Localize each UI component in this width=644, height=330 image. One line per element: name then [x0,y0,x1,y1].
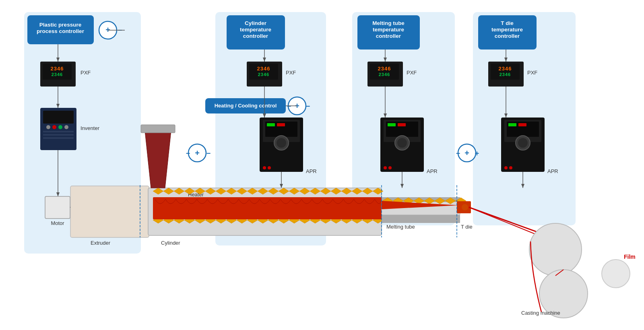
svg-point-59 [268,166,271,169]
svg-marker-148 [331,188,341,194]
svg-text:2346: 2346 [379,72,390,77]
svg-point-84 [288,97,306,115]
svg-text:Casting machine: Casting machine [521,310,560,316]
svg-rect-175 [153,197,382,219]
svg-marker-181 [414,198,424,204]
svg-text:Cylinder: Cylinder [161,240,180,246]
svg-rect-19 [205,98,286,113]
svg-rect-3 [473,12,576,225]
svg-rect-126 [148,188,382,235]
svg-text:−: − [287,102,291,110]
svg-text:PXF: PXF [286,70,296,76]
svg-text:controller: controller [495,33,520,39]
svg-marker-185 [456,198,466,204]
svg-text:+: + [195,148,200,157]
svg-rect-22 [43,64,72,80]
svg-text:temperature: temperature [373,27,405,33]
svg-point-57 [277,138,286,148]
svg-rect-49 [43,137,74,139]
svg-point-69 [388,166,392,169]
svg-marker-171 [341,217,352,223]
svg-rect-42 [43,111,74,124]
svg-rect-188 [457,201,471,213]
svg-rect-63 [386,122,418,137]
svg-marker-147 [320,188,331,194]
svg-rect-21 [40,62,76,87]
svg-rect-7 [227,15,285,50]
svg-marker-187 [382,201,459,209]
svg-marker-172 [352,217,362,223]
diagram-container: Plastic pressure process controller Cyli… [0,0,644,330]
svg-marker-139 [237,188,247,194]
svg-text:+: + [464,148,469,157]
svg-rect-53 [265,122,297,137]
svg-point-88 [188,144,206,162]
svg-text:+: + [295,101,299,110]
svg-rect-52 [263,120,300,142]
svg-marker-134 [184,188,195,194]
svg-line-192 [469,207,564,241]
svg-marker-167 [299,217,310,223]
svg-text:APR: APR [547,168,558,174]
svg-marker-111 [384,113,387,118]
svg-text:+: + [475,149,479,157]
svg-rect-27 [249,64,278,80]
svg-text:Inventer: Inventer [80,125,100,131]
svg-marker-151 [362,188,373,194]
svg-marker-135 [195,188,205,194]
svg-marker-165 [279,217,289,223]
svg-marker-150 [352,188,362,194]
svg-text:−: − [118,26,122,34]
svg-text:controller: controller [376,33,401,39]
svg-text:Melting tube: Melting tube [372,20,405,26]
svg-marker-182 [424,198,435,204]
svg-rect-62 [384,120,421,142]
svg-point-196 [602,260,630,288]
svg-point-43 [46,125,50,129]
svg-marker-144 [289,188,299,194]
svg-rect-32 [370,64,399,80]
svg-rect-2 [352,12,455,225]
svg-rect-74 [508,123,516,126]
svg-rect-0 [24,12,141,254]
svg-rect-41 [40,108,76,150]
svg-point-66 [395,136,409,150]
svg-marker-142 [268,188,279,194]
svg-marker-133 [174,188,184,194]
svg-text:controller: controller [243,33,268,39]
svg-text:Extruder: Extruder [91,240,111,246]
svg-text:APR: APR [427,168,438,174]
svg-marker-153 [153,217,163,223]
svg-rect-47 [43,131,74,132]
svg-rect-55 [277,123,285,126]
svg-rect-36 [488,62,524,87]
svg-point-92 [458,144,476,162]
svg-rect-15 [478,15,537,50]
svg-text:Motor: Motor [51,220,64,226]
svg-rect-64 [388,123,396,126]
svg-marker-105 [263,113,266,118]
svg-marker-146 [310,188,320,194]
svg-text:PXF: PXF [407,70,417,76]
svg-text:temperature: temperature [491,27,523,33]
svg-marker-162 [247,217,258,223]
svg-marker-99 [56,104,60,108]
svg-point-45 [58,125,62,129]
svg-text:Heating / Cooling control: Heating / Cooling control [215,103,277,109]
svg-rect-11 [357,15,420,50]
svg-point-68 [384,166,387,169]
svg-marker-143 [279,188,289,194]
svg-marker-149 [341,188,352,194]
svg-marker-166 [289,217,299,223]
svg-marker-156 [184,217,195,223]
svg-marker-145 [299,188,310,194]
svg-marker-115 [504,58,508,62]
svg-text:2346: 2346 [52,72,63,77]
svg-marker-160 [226,217,237,223]
svg-marker-101 [56,192,60,196]
svg-marker-184 [445,198,456,204]
svg-marker-117 [504,113,508,118]
svg-marker-128 [145,131,171,188]
svg-text:PXF: PXF [80,70,91,76]
svg-marker-157 [195,217,205,223]
